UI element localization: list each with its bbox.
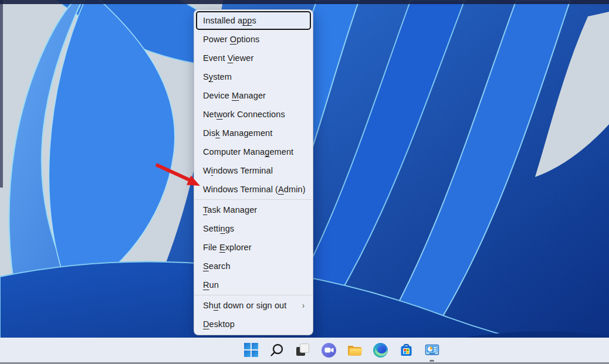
menu-item-label: Task Manager bbox=[203, 205, 257, 215]
taskbar-system-monitor-button[interactable] bbox=[424, 342, 440, 358]
menu-item-label: Event Viewer bbox=[203, 53, 253, 63]
microsoft-store-icon bbox=[398, 342, 414, 358]
taskbar-task-view-button[interactable] bbox=[295, 342, 311, 358]
taskbar-file-explorer-button[interactable] bbox=[346, 342, 363, 358]
menu-item-label: Windows Terminal (Admin) bbox=[203, 185, 306, 194]
file-explorer-icon bbox=[347, 342, 363, 358]
menu-item-label: Shut down or sign out bbox=[203, 301, 286, 310]
running-app-indicator bbox=[429, 360, 434, 362]
menu-item-search[interactable]: Search bbox=[196, 257, 311, 275]
menu-item-task-manager[interactable]: Task Manager bbox=[196, 200, 311, 219]
menu-item-label: Device Manager bbox=[203, 91, 266, 100]
desktop: Installed appsPower OptionsEvent ViewerS… bbox=[0, 0, 609, 364]
menu-item-label: System bbox=[203, 72, 232, 81]
menu-item-desktop[interactable]: Desktop bbox=[196, 315, 311, 334]
chat-icon bbox=[321, 342, 337, 358]
menu-item-run[interactable]: Run bbox=[196, 275, 311, 294]
start-icon bbox=[243, 342, 259, 358]
menu-item-settings[interactable]: Settings bbox=[196, 219, 311, 238]
menu-item-label: Power Options bbox=[203, 35, 259, 44]
menu-item-system[interactable]: System bbox=[196, 67, 311, 86]
menu-item-installed-apps[interactable]: Installed apps bbox=[196, 11, 311, 30]
menu-item-computer-management[interactable]: Computer Management bbox=[196, 142, 311, 161]
menu-item-network-connections[interactable]: Network Connections bbox=[196, 105, 311, 124]
edge-icon bbox=[373, 342, 388, 358]
winx-menu: Installed appsPower OptionsEvent ViewerS… bbox=[194, 9, 313, 335]
menu-separator bbox=[194, 199, 313, 200]
menu-item-label: Desktop bbox=[203, 319, 235, 329]
menu-item-label: Disk Management bbox=[203, 128, 272, 138]
menu-item-disk-management[interactable]: Disk Management bbox=[196, 124, 311, 142]
submenu-chevron-icon: › bbox=[302, 301, 304, 310]
taskbar-chat-button[interactable] bbox=[320, 342, 337, 358]
taskbar-microsoft-store-button[interactable] bbox=[398, 342, 414, 358]
menu-item-event-viewer[interactable]: Event Viewer bbox=[196, 49, 311, 67]
menu-item-label: Search bbox=[203, 261, 231, 271]
menu-item-device-manager[interactable]: Device Manager bbox=[196, 86, 311, 105]
taskbar-search-button[interactable] bbox=[269, 342, 285, 358]
menu-item-label: Run bbox=[203, 280, 219, 290]
system-monitor-icon bbox=[424, 342, 440, 358]
taskbar-edge-button[interactable] bbox=[372, 342, 388, 358]
menu-item-windows-terminal[interactable]: Windows Terminal bbox=[196, 161, 311, 180]
menu-item-shut-down-or-sign-out[interactable]: Shut down or sign out› bbox=[196, 296, 311, 315]
menu-item-file-explorer[interactable]: File Explorer bbox=[196, 238, 311, 257]
menu-item-label: Computer Management bbox=[203, 147, 293, 157]
menu-item-label: Settings bbox=[203, 224, 234, 233]
menu-item-label: File Explorer bbox=[203, 243, 252, 252]
menu-item-label: Network Connections bbox=[203, 110, 285, 119]
search-icon bbox=[269, 342, 285, 358]
task-view-icon bbox=[295, 342, 310, 358]
taskbar bbox=[0, 338, 609, 364]
menu-separator bbox=[194, 295, 313, 295]
taskbar-start-button[interactable] bbox=[243, 342, 259, 358]
menu-item-label: Installed apps bbox=[203, 16, 256, 25]
menu-item-power-options[interactable]: Power Options bbox=[196, 30, 311, 49]
menu-item-windows-terminal-admin[interactable]: Windows Terminal (Admin) bbox=[196, 180, 311, 199]
menu-item-label: Windows Terminal bbox=[203, 166, 273, 175]
